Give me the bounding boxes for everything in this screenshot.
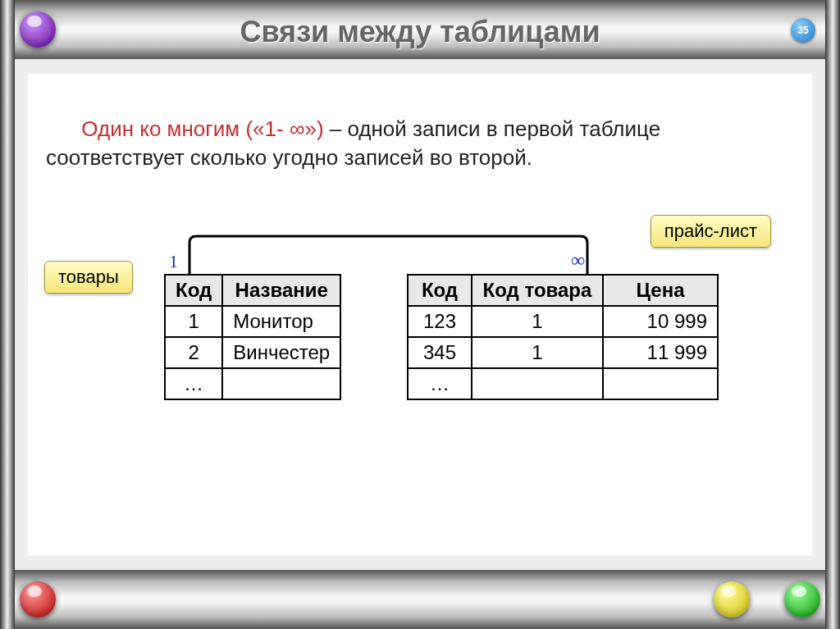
highlight-text: Один ко многим («1- ∞») — [81, 116, 323, 141]
th-name: Название — [222, 275, 340, 306]
table-header-row: Код Название — [165, 275, 340, 306]
table-products: Код Название 1 Монитор 2 Винчестер … — [164, 274, 341, 400]
diagram: товары прайс-лист 1 ∞ Код Название 1 Мон… — [46, 230, 794, 476]
page-title: Связи между таблицами — [0, 15, 840, 49]
decor-ball-purple — [20, 11, 56, 48]
frame-left — [0, 0, 15, 629]
tag-products: товары — [44, 261, 133, 294]
table-row: 345 1 11 999 — [408, 337, 718, 368]
table-row: 2 Винчестер — [165, 337, 340, 368]
table-row: … — [165, 368, 340, 399]
cardinality-one: 1 — [169, 251, 178, 272]
decor-ball-red — [20, 581, 56, 618]
th-product-code: Код товара — [472, 275, 603, 306]
table-header-row: Код Код товара Цена — [408, 275, 718, 306]
cardinality-many: ∞ — [571, 249, 585, 271]
frame-right — [825, 0, 840, 629]
decor-ball-green — [784, 581, 820, 618]
page-number-badge: 35 — [791, 18, 815, 43]
decor-ball-yellow — [714, 581, 750, 618]
table-row: 123 1 10 999 — [408, 306, 718, 337]
table-pricelist: Код Код товара Цена 123 1 10 999 345 1 1… — [407, 274, 719, 400]
table-row: … — [408, 368, 718, 399]
tag-pricelist: прайс-лист — [651, 215, 771, 248]
th-price: Цена — [603, 275, 718, 306]
table-row: 1 Монитор — [165, 306, 340, 337]
content-area: Один ко многим («1- ∞») – одной записи в… — [28, 74, 812, 555]
description-paragraph: Один ко многим («1- ∞») – одной записи в… — [46, 115, 794, 172]
th-code: Код — [165, 275, 222, 306]
th-code: Код — [408, 275, 472, 306]
